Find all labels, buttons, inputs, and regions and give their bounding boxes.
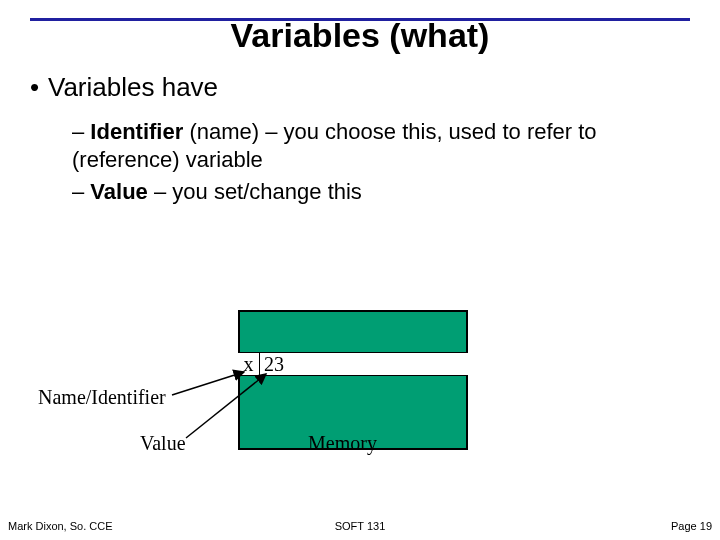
variable-name-cell: x [238,352,260,376]
bullet-level2-identifier: – Identifier (name) – you choose this, u… [72,118,682,173]
dash: – [72,179,90,204]
slide-title: Variables (what) [0,16,720,55]
memory-box [238,310,468,450]
bullet-dot-icon: • [30,72,48,103]
value-rest: – you set/change this [148,179,362,204]
svg-line-0 [172,372,244,395]
label-memory: Memory [308,432,377,455]
bullet-level1-text: Variables have [48,72,218,102]
footer-course: SOFT 131 [0,520,720,532]
bullet-level1: •Variables have [30,72,218,103]
dash: – [72,119,90,144]
footer-page: Page 19 [671,520,712,532]
label-value: Value [140,432,186,455]
bullet-level2-value: – Value – you set/change this [72,178,682,206]
value-bold: Value [90,179,147,204]
slide: Variables (what) •Variables have – Ident… [0,0,720,540]
label-name-identifier: Name/Identifier [38,386,166,409]
variable-value-cell: 23 [262,352,302,376]
identifier-bold: Identifier [90,119,183,144]
